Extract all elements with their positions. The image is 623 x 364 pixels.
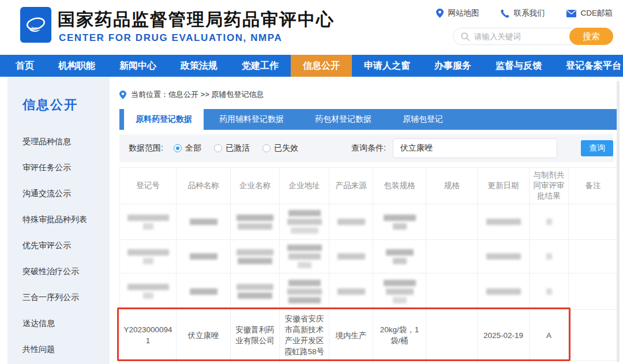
cell-product-source: 境内生产 <box>329 310 373 361</box>
cell-variety-name: 伏立康唑 <box>177 310 231 361</box>
site-search: 搜索 <box>453 28 613 45</box>
sidebar-item-breakthrough-therapy[interactable]: 突破性治疗公示 <box>22 267 110 277</box>
nav-item-registration-platform[interactable]: 登记备案平台 <box>554 55 623 77</box>
col-header-registration-no: 登记号 <box>120 168 177 204</box>
table-row-highlighted[interactable]: Y20230000941 伏立康唑 安徽普利药业有限公司 安徽省安庆市高新技术产… <box>120 310 618 361</box>
query-condition-label: 查询条件: <box>351 143 386 153</box>
page-header: 国家药品监督管理局药品审评中心 CENTER FOR DRUG EVALUATI… <box>0 0 623 55</box>
top-links: 网站地图 联系我们 CDE邮箱 <box>436 8 613 18</box>
cde-logo-icon <box>23 12 48 37</box>
cell-company-address: 安徽省安庆市高新技术产业开发区霞虹路58号 <box>280 310 329 361</box>
nav-item-supervision[interactable]: 监督与反馈 <box>483 55 554 77</box>
table-row-partial <box>120 361 618 363</box>
radio-all[interactable]: 全部 <box>174 143 201 153</box>
col-header-variety-name: 品种名称 <box>177 168 231 204</box>
sidebar-item-review-tasks[interactable]: 审评任务公示 <box>22 163 110 173</box>
sidebar: 信息公开 受理品种信息 审评任务公示 沟通交流公示 特殊审批品种列表 优先审评公… <box>7 77 110 364</box>
mail-link-label: CDE邮箱 <box>580 8 613 18</box>
content-area: 信息公开 受理品种信息 审评任务公示 沟通交流公示 特殊审批品种列表 优先审评公… <box>0 77 623 364</box>
radio-all-label: 全部 <box>185 143 201 153</box>
nav-item-party[interactable]: 党建工作 <box>230 55 291 77</box>
nav-item-applicant-window[interactable]: 申请人之窗 <box>352 55 422 77</box>
sidebar-item-delivery-info[interactable]: 送达信息 <box>22 318 110 329</box>
sidebar-item-communication[interactable]: 沟通交流公示 <box>22 189 110 199</box>
filter-bar: 数据范围: 全部 已激活 已失效 查询条件: 查询 <box>119 134 613 162</box>
nav-item-home[interactable]: 首页 <box>3 55 46 77</box>
radio-expired-dot <box>262 144 271 152</box>
radio-activated-dot <box>214 144 222 152</box>
table-header-row: 登记号 品种名称 企业名称 企业地址 产品来源 包装规格 规格 更新日期 与制剂… <box>120 168 618 204</box>
registration-table: 登记号 品种名称 企业名称 企业地址 产品来源 包装规格 规格 更新日期 与制剂… <box>119 167 618 363</box>
vertical-scrollbar[interactable] <box>617 81 620 362</box>
search-icon <box>461 32 470 41</box>
cell-packaging-spec: 20kg/袋，1袋/桶 <box>373 310 426 361</box>
col-header-joint-review-result: 与制剂共同审评审批结果 <box>530 168 569 204</box>
breadcrumb-label: 当前位置：信息公开 >> 原辅包登记信息 <box>131 89 264 100</box>
radio-activated-label: 已激活 <box>226 143 250 153</box>
sidebar-item-priority-review[interactable]: 优先审评公示 <box>22 241 110 251</box>
page-subtitle: CENTER FOR DRUG EVALUATION, NMPA <box>59 32 282 44</box>
col-header-product-source: 产品来源 <box>329 168 373 204</box>
nav-item-policies[interactable]: 政策法规 <box>168 55 230 77</box>
col-header-update-date: 更新日期 <box>478 168 530 204</box>
col-header-spec: 规格 <box>426 168 478 204</box>
contact-link[interactable]: 联系我们 <box>501 8 545 18</box>
radio-activated[interactable]: 已激活 <box>214 143 250 153</box>
scope-radio-group: 全部 已激活 已失效 <box>174 143 298 153</box>
tab-api-registration-data[interactable]: 原料药登记数据 <box>124 109 204 130</box>
mail-icon <box>566 10 576 17</box>
tab-excipient-registration-data[interactable]: 药用辅料登记数据 <box>204 109 299 130</box>
col-header-company-name: 企业名称 <box>231 168 280 204</box>
radio-all-dot <box>174 144 182 152</box>
nav-item-services[interactable]: 办事服务 <box>422 55 483 77</box>
tab-packaging-registration-data[interactable]: 药包材登记数据 <box>299 109 387 130</box>
table-row-redacted[interactable] <box>120 273 618 310</box>
sidebar-item-three-in-one[interactable]: 三合一序列公示 <box>22 292 110 303</box>
location-pin-icon <box>119 91 126 99</box>
col-header-remark: 备注 <box>569 168 618 204</box>
cde-logo <box>20 7 51 43</box>
cell-joint-review-result: A <box>530 310 569 361</box>
radio-expired[interactable]: 已失效 <box>262 143 298 153</box>
sidebar-item-common-issues[interactable]: 共性问题 <box>22 344 110 355</box>
cell-company-name: 安徽普利药业有限公司 <box>231 310 280 361</box>
main-nav: 首页 机构职能 新闻中心 政策法规 党建工作 信息公开 申请人之窗 办事服务 监… <box>0 55 623 77</box>
nav-item-info-disclosure[interactable]: 信息公开 <box>291 55 352 77</box>
col-header-packaging-spec: 包装规格 <box>373 168 426 204</box>
site-search-button[interactable]: 搜索 <box>569 28 613 45</box>
col-header-company-address: 企业地址 <box>280 168 329 204</box>
registration-table-wrap: 登记号 品种名称 企业名称 企业地址 产品来源 包装规格 规格 更新日期 与制剂… <box>119 167 617 363</box>
cell-spec <box>426 310 478 361</box>
table-row-redacted[interactable] <box>120 240 618 273</box>
left-gutter <box>0 77 7 364</box>
main-panel: 当前位置：信息公开 >> 原辅包登记信息 原料药登记数据 药用辅料登记数据 药包… <box>110 77 623 364</box>
contact-link-label: 联系我们 <box>513 8 545 18</box>
page-title: 国家药品监督管理局药品审评中心 <box>58 8 335 32</box>
map-pin-icon <box>436 9 444 18</box>
tab-bar: 原料药登记数据 药用辅料登记数据 药包材登记数据 原辅包登记 <box>119 109 617 130</box>
sitemap-link-label: 网站地图 <box>448 8 479 18</box>
radio-expired-label: 已失效 <box>274 143 298 153</box>
query-button[interactable]: 查询 <box>581 140 613 156</box>
sitemap-link[interactable]: 网站地图 <box>436 8 479 18</box>
sidebar-item-special-approval[interactable]: 特殊审批品种列表 <box>22 215 110 225</box>
sidebar-item-accepted-varieties[interactable]: 受理品种信息 <box>22 137 110 147</box>
cell-remark <box>569 310 618 361</box>
table-row-redacted[interactable] <box>120 204 618 240</box>
cell-update-date: 2025-02-19 <box>478 310 530 361</box>
cell-registration-no: Y20230000941 <box>120 310 177 361</box>
query-condition-input[interactable] <box>393 138 557 158</box>
site-search-input[interactable] <box>470 32 569 41</box>
scope-label: 数据范围: <box>129 143 163 153</box>
nav-item-functions[interactable]: 机构职能 <box>46 55 107 77</box>
mail-link[interactable]: CDE邮箱 <box>566 8 613 18</box>
nav-item-news[interactable]: 新闻中心 <box>107 55 168 77</box>
phone-icon <box>501 9 509 18</box>
sidebar-title: 信息公开 <box>22 96 110 114</box>
breadcrumb: 当前位置：信息公开 >> 原辅包登记信息 <box>119 89 623 100</box>
tab-raw-aux-pack-registration[interactable]: 原辅包登记 <box>387 109 459 130</box>
